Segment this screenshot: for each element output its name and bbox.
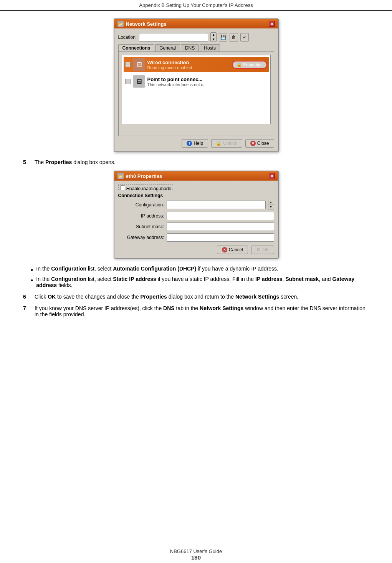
configuration-label: Configuration: — [118, 202, 164, 208]
step-5-row: 5 The Properties dialog box opens. — [23, 159, 369, 165]
tabs-bar: Connections General DNS Hosts — [118, 44, 274, 51]
step-5-number: 5 — [23, 159, 35, 165]
subnet-mask-input[interactable] — [167, 223, 274, 231]
expand-icon2[interactable]: - — [125, 79, 131, 84]
tab-dns[interactable]: DNS — [181, 44, 199, 51]
wired-conn-icon: 🖥 — [133, 58, 145, 71]
ptp-conn-name: Point to point connec... — [147, 76, 207, 82]
ok-button[interactable]: 🖥 OK — [251, 246, 274, 254]
wired-conn-sub: Roaming mode enabled — [147, 65, 192, 70]
bullet-dot-2: • — [31, 277, 33, 284]
page-header: Appendix B Setting Up Your Computer's IP… — [0, 0, 392, 11]
gateway-address-row: Gateway address: — [118, 233, 274, 242]
enable-roaming-checkbox[interactable]: Enable roaming mode — [118, 184, 174, 190]
bullet-list: • In the Configuration list, select Auto… — [31, 266, 369, 288]
delete-icon[interactable]: 🗑 — [230, 33, 238, 42]
bullet-item-1: • In the Configuration list, select Auto… — [31, 266, 369, 274]
conn-item-left2: - 🖥 Point to point connec... This networ… — [125, 75, 207, 88]
window-icon: 📂 — [117, 21, 124, 27]
step-6-number: 6 — [23, 294, 35, 300]
enable-roaming-row: Enable roaming mode — [118, 184, 274, 190]
gateway-address-input[interactable] — [167, 233, 274, 242]
ip-address-row: IP address: — [118, 212, 274, 220]
ptp-conn-text: Point to point connec... This network in… — [147, 76, 207, 87]
step-7-number: 7 — [23, 305, 35, 317]
page-content: 📂 Network Settings ✕ Location: ▲▼ 💾 🗑 ✓ … — [0, 11, 392, 546]
ip-address-label: IP address: — [118, 213, 164, 219]
list-item[interactable]: - 🖥 Point to point connec... This networ… — [124, 74, 269, 89]
save-icon[interactable]: 💾 — [219, 33, 227, 42]
enable-roaming-label: Enable roaming mode — [126, 186, 171, 191]
step-7-text: If you know your DNS server IP address(e… — [35, 305, 369, 317]
close-icon: ✕ — [250, 141, 256, 146]
bullet-dot-1: • — [31, 267, 33, 274]
config-spinner[interactable]: ▲▼ — [268, 200, 274, 209]
ptp-conn-icon: 🖥 — [133, 75, 145, 88]
unlock-icon: 🔒 — [216, 141, 222, 146]
ok-label: OK — [262, 247, 269, 252]
footer-guide: NBG6617 User's Guide — [0, 548, 392, 554]
subnet-mask-label: Subnet mask: — [118, 224, 164, 229]
eth0-title: eth0 Properties — [126, 173, 162, 179]
cancel-button[interactable]: ✕ Cancel — [217, 246, 248, 254]
eth0-close-button[interactable]: ✕ — [269, 173, 275, 179]
location-spinner[interactable]: ▲▼ — [210, 32, 217, 42]
eth0-titlebar: 📂 eth0 Properties ✕ — [114, 171, 278, 181]
page-footer: NBG6617 User's Guide 180 — [0, 546, 392, 563]
tab-hosts[interactable]: Hosts — [200, 44, 220, 51]
wired-conn-name: Wired connection — [147, 60, 192, 65]
eth0-body: Enable roaming mode Connection Settings … — [114, 181, 278, 258]
properties-bold: Properties — [45, 159, 72, 165]
network-settings-body: Location: ▲▼ 💾 🗑 ✓ Connections General D… — [114, 28, 278, 151]
ptp-conn-sub: This network interface is not c... — [147, 82, 207, 87]
eth0-window-icon: 📂 — [117, 173, 124, 179]
footer-page: 180 — [0, 554, 392, 561]
titlebar-left: 📂 Network Settings — [117, 21, 167, 27]
step-5-text: The Properties dialog box opens. — [35, 159, 369, 165]
roaming-checkbox-input[interactable] — [120, 185, 125, 190]
location-label: Location: — [118, 35, 137, 40]
bullet-text-2: In the Configuration list, select Static… — [36, 276, 369, 288]
help-icon: ? — [187, 141, 192, 146]
help-label: Help — [194, 141, 203, 146]
properties-icon: 🔒 — [237, 62, 242, 67]
properties-label: Properties — [243, 62, 262, 67]
network-settings-title: Network Settings — [126, 21, 167, 27]
connection-settings-label: Connection Settings — [118, 193, 274, 198]
ok-icon: 🖥 — [256, 247, 261, 252]
gateway-address-label: Gateway address: — [118, 235, 164, 240]
connections-list: - 🖥 Wired connection Roaming mode enable… — [122, 55, 271, 124]
conn-item-left: - 🖥 Wired connection Roaming mode enable… — [125, 58, 192, 71]
close-button[interactable]: ✕ Close — [245, 139, 274, 148]
network-settings-window: 📂 Network Settings ✕ Location: ▲▼ 💾 🗑 ✓ … — [114, 18, 279, 152]
network-settings-titlebar: 📂 Network Settings ✕ — [114, 19, 278, 28]
ok-cancel-row: ✕ Cancel 🖥 OK — [118, 246, 274, 254]
close-label: Close — [257, 141, 269, 146]
properties-button[interactable]: 🔒 Properties — [232, 61, 267, 69]
configuration-input[interactable] — [167, 201, 266, 209]
step-7-row: 7 If you know your DNS server IP address… — [23, 305, 369, 317]
unlock-button[interactable]: 🔒 Unlock — [211, 139, 242, 148]
step-6-row: 6 Click OK to save the changes and close… — [23, 294, 369, 300]
expand-icon[interactable]: - — [125, 62, 131, 67]
ip-address-input[interactable] — [167, 212, 274, 220]
subnet-mask-row: Subnet mask: — [118, 223, 274, 231]
bullet-text-1: In the Configuration list, select Automa… — [36, 266, 278, 272]
window-buttons: ? Help 🔒 Unlock ✕ Close — [118, 136, 274, 148]
check-icon[interactable]: ✓ — [240, 33, 249, 42]
unlock-label: Unlock — [223, 141, 237, 146]
eth0-titlebar-left: 📂 eth0 Properties — [117, 173, 162, 179]
help-button[interactable]: ? Help — [182, 139, 208, 148]
list-item[interactable]: - 🖥 Wired connection Roaming mode enable… — [124, 57, 269, 72]
tab-content: - 🖥 Wired connection Roaming mode enable… — [118, 51, 274, 136]
bullet-item-2: • In the Configuration list, select Stat… — [31, 276, 369, 288]
window-close-button[interactable]: ✕ — [269, 21, 275, 27]
location-input[interactable] — [139, 33, 208, 42]
tab-connections[interactable]: Connections — [118, 44, 155, 51]
cancel-icon: ✕ — [222, 247, 227, 252]
eth0-properties-window: 📂 eth0 Properties ✕ Enable roaming mode … — [114, 171, 279, 259]
tab-general[interactable]: General — [155, 44, 180, 51]
configuration-row: Configuration: ▲▼ — [118, 200, 274, 209]
header-title: Appendix B Setting Up Your Computer's IP… — [139, 2, 253, 8]
cancel-label: Cancel — [229, 247, 243, 252]
